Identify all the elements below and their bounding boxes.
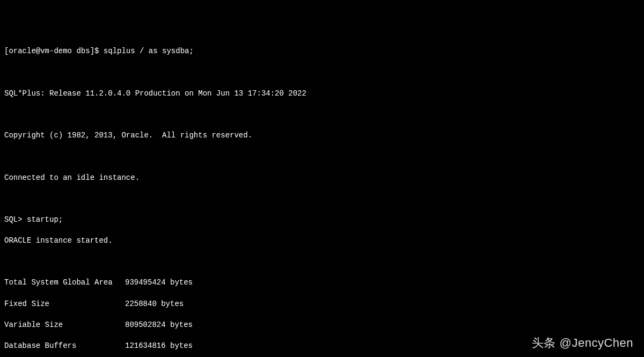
sga-total-value: 939495424 bytes — [125, 278, 169, 288]
sql-prompt: SQL> — [4, 215, 27, 224]
sga-total-label: Total System Global Area — [4, 278, 125, 288]
shell-command: sqlplus / as sysdba; — [104, 47, 194, 55]
sga-fixed: Fixed Size2258840 bytes — [4, 299, 640, 310]
banner-release: SQL*Plus: Release 11.2.0.4.0 Production … — [4, 89, 640, 99]
sql-startup-line: SQL> startup; — [4, 215, 640, 225]
blank-line — [4, 68, 640, 78]
sga-variable-value: 809502824 bytes — [125, 320, 169, 331]
shell-prompt-line: [oracle@vm-demo dbs]$ sqlplus / as sysdb… — [4, 46, 640, 57]
banner-copyright: Copyright (c) 1982, 2013, Oracle. All ri… — [4, 130, 640, 141]
connected-msg: Connected to an idle instance. — [4, 173, 640, 184]
sga-variable-label: Variable Size — [4, 320, 125, 331]
sga-total: Total System Global Area939495424 bytes — [4, 278, 640, 288]
blank-line — [4, 194, 640, 205]
blank-line — [4, 151, 640, 162]
blank-line — [4, 110, 640, 120]
instance-started: ORACLE instance started. — [4, 236, 640, 246]
sga-fixed-label: Fixed Size — [4, 299, 125, 310]
shell-prompt: [oracle@vm-demo dbs]$ — [4, 47, 104, 55]
sga-variable: Variable Size809502824 bytes — [4, 320, 640, 331]
sga-fixed-value: 2258840 bytes — [125, 299, 169, 310]
sga-buffers-label: Database Buffers — [4, 341, 125, 352]
sga-buffers-value: 121634816 bytes — [125, 341, 169, 352]
blank-line — [4, 257, 640, 267]
watermark: 头条 @JencyChen — [532, 335, 633, 352]
cmd-startup: startup; — [27, 215, 63, 224]
